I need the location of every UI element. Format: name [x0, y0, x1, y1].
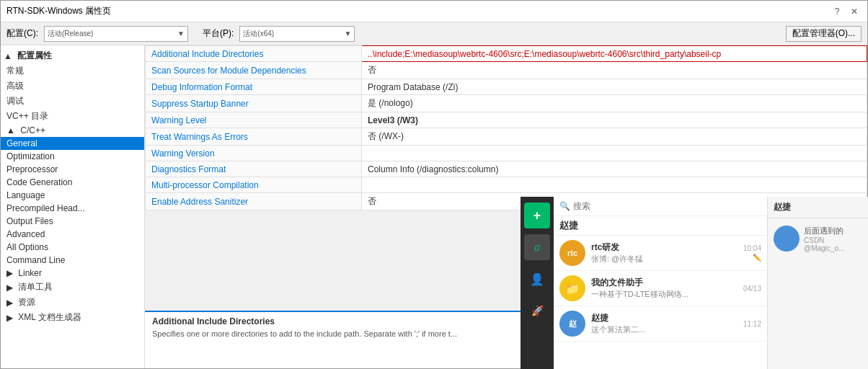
tree-item-advanced[interactable]: Advanced: [1, 228, 144, 241]
tree-item-xml-doc[interactable]: ▶ XML 文档生成器: [1, 310, 144, 325]
tree-label-language: Language: [6, 190, 45, 200]
tree-arrow-manifest: ▶: [6, 283, 13, 293]
table-row[interactable]: Enable Address Sanitizer否: [146, 193, 867, 210]
table-row[interactable]: Suppress Startup Banner是 (/nologo): [146, 95, 867, 112]
title-bar: RTN-SDK-Windows 属性页 ? ✕: [1, 1, 867, 22]
prop-value-cell: Program Database (/Zi): [362, 79, 867, 95]
config-bar: 配置(C): 活动(Release) ▼ 平台(P): 活动(x64) ▼ 配置…: [1, 22, 867, 45]
prop-name-cell: Multi-processor Compilation: [146, 177, 362, 193]
tree-item-language[interactable]: Language: [1, 189, 144, 202]
tree-item-precompiled[interactable]: Precompiled Head...: [1, 202, 144, 215]
tree-label-preprocessor: Preprocessor: [6, 164, 58, 174]
tree-arrow-resource: ▶: [6, 298, 13, 308]
close-button[interactable]: ✕: [847, 4, 862, 19]
prop-value-cell: 否: [362, 62, 867, 79]
prop-name-cell: Warning Level: [146, 112, 362, 128]
prop-name-cell: Warning Version: [146, 146, 362, 161]
right-chat-subtext: CSDN @Magic_o...: [804, 236, 862, 252]
table-row[interactable]: Debug Information FormatProgram Database…: [146, 79, 867, 95]
config-value: 活动(Release): [48, 29, 93, 39]
tree-item-command-line[interactable]: Command Line: [1, 254, 144, 267]
right-chat-panel: 赵捷 后面遇到的 CSDN @Magic_o...: [767, 197, 868, 369]
tree-item-config-properties[interactable]: ▲ 配置属性: [1, 48, 144, 63]
table-row[interactable]: Treat Warnings As Errors否 (/WX-): [146, 128, 867, 146]
tree-item-debug-ch[interactable]: 调试: [1, 94, 144, 109]
tree-label-general: General: [6, 138, 37, 148]
tree-label-manifest: 清单工具: [18, 281, 53, 293]
prop-value-cell: ..\include;E:\mediasoup\webrtc-4606\src;…: [362, 46, 867, 62]
tree-label-command-line: Command Line: [6, 255, 65, 265]
right-chat-content: 后面遇到的 CSDN @Magic_o...: [768, 218, 868, 257]
tree-item-general[interactable]: General: [1, 137, 144, 150]
tree-label-cpp: C/C++: [20, 125, 45, 135]
right-chat-username: 赵捷: [768, 197, 868, 218]
prop-value-cell: 是 (/nologo): [362, 95, 867, 112]
config-label: 配置(C):: [6, 27, 38, 40]
bottom-description: Additional Include Directories Specifies…: [145, 311, 867, 368]
tree-label-debug-ch: 调试: [6, 95, 24, 107]
table-row[interactable]: Warning Version: [146, 146, 867, 161]
tree-item-cpp[interactable]: ▲ C/C++: [1, 124, 144, 137]
title-bar-controls: ? ✕: [830, 4, 862, 19]
tree-item-preprocessor[interactable]: Preprocessor: [1, 163, 144, 176]
table-row[interactable]: Additional Include Directories..\include…: [146, 46, 867, 62]
tree-arrow-xml: ▶: [6, 313, 13, 323]
right-chat-text: 后面遇到的: [804, 226, 862, 236]
tree-item-manifest[interactable]: ▶ 清单工具: [1, 280, 144, 295]
prop-value-cell: Level3 (/W3): [362, 112, 867, 128]
config-dropdown-arrow: ▼: [177, 30, 185, 37]
tree-label-vc-dir: VC++ 目录: [6, 110, 48, 123]
config-manager-button[interactable]: 配置管理器(O)...: [786, 26, 862, 42]
platform-dropdown[interactable]: 活动(x64) ▼: [239, 26, 355, 42]
tree-label-code-gen: Code Generation: [6, 177, 72, 187]
tree-label-precompiled: Precompiled Head...: [6, 203, 85, 213]
prop-name-cell: Enable Address Sanitizer: [146, 193, 362, 210]
right-panel-avatar: [774, 226, 800, 252]
tree-label-all-options: All Options: [6, 242, 48, 252]
tree-item-code-gen[interactable]: Code Generation: [1, 176, 144, 189]
table-row[interactable]: Multi-processor Compilation: [146, 177, 867, 193]
tree-item-advanced-ch[interactable]: 高级: [1, 79, 144, 94]
main-content: ▲ 配置属性 常规 高级 调试 VC++ 目录 ▲ C/C++ General: [1, 45, 867, 368]
tree-item-linker[interactable]: ▶ Linker: [1, 267, 144, 280]
tree-item-all-options[interactable]: All Options: [1, 241, 144, 254]
prop-value-cell: 否 (/WX-): [362, 128, 867, 146]
table-row[interactable]: Scan Sources for Module Dependencies否: [146, 62, 867, 79]
tree-arrow-cpp: ▲: [6, 125, 15, 135]
tree-label-advanced: Advanced: [6, 229, 45, 239]
window-title: RTN-SDK-Windows 属性页: [6, 5, 111, 17]
prop-name-cell: Debug Information Format: [146, 79, 362, 95]
config-dropdown[interactable]: 活动(Release) ▼: [44, 26, 188, 42]
prop-name-cell: Treat Warnings As Errors: [146, 128, 362, 146]
prop-name-cell: Suppress Startup Banner: [146, 95, 362, 112]
tree-item-vc-dir[interactable]: VC++ 目录: [1, 109, 144, 124]
tree-item-resource[interactable]: ▶ 资源: [1, 295, 144, 310]
tree-label-advanced-ch: 高级: [6, 80, 24, 92]
tree-arrow-config: ▲: [4, 51, 12, 61]
prop-name-cell: Scan Sources for Module Dependencies: [146, 62, 362, 79]
tree-label-resource: 资源: [18, 296, 35, 308]
main-window: RTN-SDK-Windows 属性页 ? ✕ 配置(C): 活动(Releas…: [0, 0, 868, 369]
platform-value: 活动(x64): [243, 29, 274, 39]
prop-value-cell: Column Info (/diagnostics:column): [362, 161, 867, 177]
prop-value-cell: [362, 146, 867, 161]
prop-value-cell: [362, 177, 867, 193]
platform-dropdown-arrow: ▼: [344, 30, 351, 37]
bottom-desc-text: Specifies one or more directories to add…: [152, 329, 860, 338]
table-row[interactable]: Diagnostics FormatColumn Info (/diagnost…: [146, 161, 867, 177]
platform-label: 平台(P):: [203, 27, 234, 40]
properties-table: Additional Include Directories..\include…: [145, 45, 867, 311]
tree-arrow-linker: ▶: [6, 268, 13, 278]
tree-item-optimization[interactable]: Optimization: [1, 150, 144, 163]
prop-name-cell: Diagnostics Format: [146, 161, 362, 177]
tree-label-output-files: Output Files: [6, 216, 53, 226]
tree-label-optimization: Optimization: [6, 151, 55, 161]
left-panel-tree: ▲ 配置属性 常规 高级 调试 VC++ 目录 ▲ C/C++ General: [1, 45, 145, 368]
right-panel: Additional Include Directories..\include…: [145, 45, 867, 368]
tree-item-general-ch[interactable]: 常规: [1, 63, 144, 79]
bottom-desc-title: Additional Include Directories: [152, 316, 860, 326]
help-button[interactable]: ?: [830, 4, 844, 19]
tree-item-output-files[interactable]: Output Files: [1, 215, 144, 228]
prop-name-cell: Additional Include Directories: [146, 46, 362, 62]
table-row[interactable]: Warning LevelLevel3 (/W3): [146, 112, 867, 128]
